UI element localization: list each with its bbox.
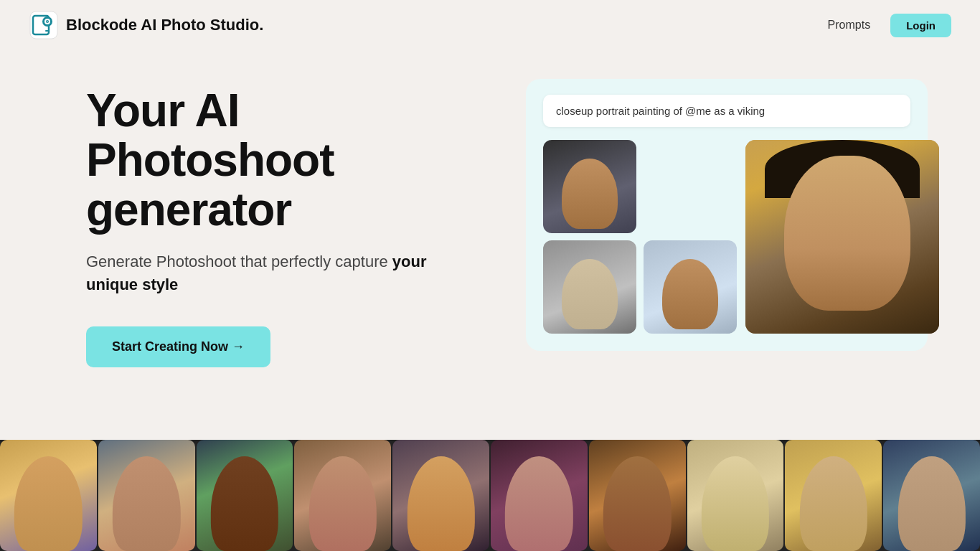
strip-img-9 (785, 440, 882, 551)
start-creating-button[interactable]: Start Creating Now → (86, 326, 270, 367)
logo-text: Blockode AI Photo Studio. (66, 16, 263, 34)
strip-img-4 (294, 440, 391, 551)
demo-small-img-3 (644, 240, 737, 334)
strip-img-3 (197, 440, 293, 551)
login-button[interactable]: Login (890, 14, 951, 37)
logo[interactable]: Blockode AI Photo Studio. (29, 10, 263, 40)
strip-img-10 (883, 440, 980, 551)
demo-images (543, 140, 910, 334)
hero-subtitle: Generate Photoshoot that perfectly captu… (86, 250, 430, 296)
demo-large-img (745, 140, 939, 334)
hero-left: Your AI Photoshoot generator Generate Ph… (86, 72, 502, 452)
small-images-col (543, 140, 737, 334)
strip-img-6 (491, 440, 588, 551)
demo-small-img-2 (543, 240, 636, 334)
strip-img-5 (392, 440, 489, 551)
strip-img-7 (589, 440, 686, 551)
prompt-bar: closeup portrait painting of @me as a vi… (543, 95, 910, 127)
demo-bottom-row (543, 240, 737, 334)
nav-right: Prompts Login (828, 14, 951, 37)
nav-prompts-link[interactable]: Prompts (828, 19, 871, 32)
demo-card: closeup portrait painting of @me as a vi… (526, 79, 928, 351)
strip-img-1 (0, 440, 97, 551)
strip-img-2 (98, 440, 195, 551)
bottom-strip (0, 440, 980, 551)
strip-img-8 (687, 440, 784, 551)
navbar: Blockode AI Photo Studio. Prompts Login (0, 0, 980, 50)
hero-title: Your AI Photoshoot generator (86, 86, 502, 235)
hero-section: Your AI Photoshoot generator Generate Ph… (0, 50, 980, 452)
hero-right: closeup portrait painting of @me as a vi… (502, 72, 951, 452)
logo-icon (29, 10, 59, 40)
svg-rect-6 (45, 30, 50, 32)
demo-small-img-1 (543, 140, 636, 233)
svg-point-5 (47, 21, 48, 22)
